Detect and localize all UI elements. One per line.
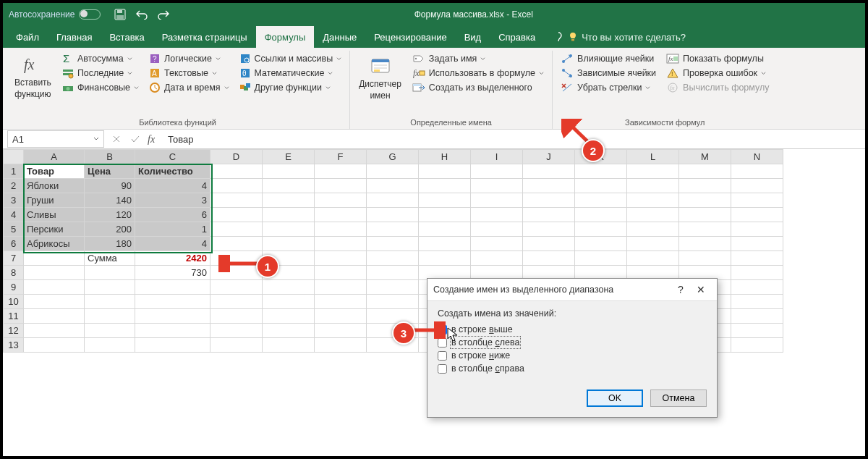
create-from-selection-button[interactable]: Создать из выделенного	[409, 81, 548, 94]
col-header-E[interactable]: E	[263, 150, 315, 164]
cell-L2[interactable]	[627, 179, 679, 193]
cell-I4[interactable]	[471, 208, 523, 222]
row-header-6[interactable]: 6	[4, 237, 24, 251]
tab-view[interactable]: Вид	[456, 26, 490, 48]
cell-J7[interactable]	[523, 251, 575, 266]
cell-A9[interactable]	[24, 280, 85, 295]
row-header-3[interactable]: 3	[4, 193, 24, 208]
cell-F12[interactable]	[315, 324, 367, 338]
cell-I7[interactable]	[471, 251, 523, 266]
cell-A3[interactable]: Груши	[24, 193, 85, 208]
autosave-toggle[interactable]	[79, 9, 101, 20]
cell-A12[interactable]	[24, 324, 85, 338]
error-check-button[interactable]: !Проверка ошибок	[663, 67, 773, 80]
cell-N2[interactable]	[731, 179, 783, 193]
cell-B13[interactable]	[85, 338, 135, 353]
cell-B8[interactable]	[85, 266, 135, 280]
cell-K7[interactable]	[575, 251, 627, 266]
cell-N9[interactable]	[731, 280, 783, 295]
cell-H4[interactable]	[419, 208, 471, 222]
tab-data[interactable]: Данные	[314, 26, 365, 48]
cell-D9[interactable]	[210, 280, 263, 295]
cell-E13[interactable]	[263, 338, 315, 353]
cell-G4[interactable]	[367, 208, 419, 222]
cell-B11[interactable]	[85, 309, 135, 324]
cell-C8[interactable]: 730	[135, 266, 210, 280]
cell-I2[interactable]	[471, 179, 523, 193]
autosave[interactable]: Автосохранение	[9, 9, 101, 20]
ok-button[interactable]: OK	[587, 389, 643, 407]
tab-layout[interactable]: Разметка страницы	[153, 26, 256, 48]
cell-B5[interactable]: 200	[85, 222, 135, 237]
dialog-checkbox-2[interactable]	[438, 351, 447, 361]
col-header-N[interactable]: N	[731, 150, 783, 164]
row-header-2[interactable]: 2	[4, 179, 24, 193]
cell-F3[interactable]	[315, 193, 367, 208]
cell-N13[interactable]	[731, 338, 783, 353]
col-header-L[interactable]: L	[627, 150, 679, 164]
cell-G13[interactable]	[367, 338, 419, 353]
col-header-B[interactable]: B	[85, 150, 135, 164]
cell-N4[interactable]	[731, 208, 783, 222]
cell-A1[interactable]: Товар	[24, 164, 85, 179]
cell-G3[interactable]	[367, 193, 419, 208]
cell-B12[interactable]	[85, 324, 135, 338]
cancel-formula-icon[interactable]	[107, 131, 126, 147]
dialog-checkbox-0[interactable]	[438, 325, 447, 334]
cell-F7[interactable]	[315, 251, 367, 266]
dialog-checkbox-1[interactable]	[438, 338, 447, 348]
undo-icon[interactable]	[132, 7, 151, 22]
cell-E7[interactable]	[263, 251, 315, 266]
cell-B2[interactable]: 90	[85, 179, 135, 193]
cell-H1[interactable]	[419, 164, 471, 179]
cell-D6[interactable]	[210, 237, 263, 251]
cell-C3[interactable]: 3	[135, 193, 210, 208]
cell-C2[interactable]: 4	[135, 179, 210, 193]
row-header-4[interactable]: 4	[4, 208, 24, 222]
cell-L7[interactable]	[627, 251, 679, 266]
cell-F10[interactable]	[315, 295, 367, 309]
define-name-button[interactable]: Задать имя	[409, 52, 548, 65]
cell-F8[interactable]	[315, 266, 367, 280]
cell-F4[interactable]	[315, 208, 367, 222]
cell-J2[interactable]	[523, 179, 575, 193]
cell-N6[interactable]	[731, 237, 783, 251]
cell-D4[interactable]	[210, 208, 263, 222]
cell-H7[interactable]	[419, 251, 471, 266]
cell-B7[interactable]: Сумма	[85, 251, 135, 266]
cell-C13[interactable]	[135, 338, 210, 353]
tab-file[interactable]: Файл	[7, 26, 48, 48]
cell-D8[interactable]	[210, 266, 263, 280]
cell-J4[interactable]	[523, 208, 575, 222]
cell-A13[interactable]	[24, 338, 85, 353]
cell-N10[interactable]	[731, 295, 783, 309]
cell-L5[interactable]	[627, 222, 679, 237]
text-button[interactable]: AТекстовые	[145, 67, 233, 80]
row-header-5[interactable]: 5	[4, 222, 24, 237]
cell-F11[interactable]	[315, 309, 367, 324]
trace-dependents-button[interactable]: Зависимые ячейки	[557, 67, 660, 80]
enter-formula-icon[interactable]	[126, 131, 145, 147]
cancel-button[interactable]: Отмена	[650, 389, 707, 407]
cell-J3[interactable]	[523, 193, 575, 208]
cell-E11[interactable]	[263, 309, 315, 324]
tab-help[interactable]: Справка	[490, 26, 544, 48]
cell-M2[interactable]	[679, 179, 731, 193]
cell-C1[interactable]: Количество	[135, 164, 210, 179]
cell-I5[interactable]	[471, 222, 523, 237]
cell-H5[interactable]	[419, 222, 471, 237]
col-header-M[interactable]: M	[679, 150, 731, 164]
tab-review[interactable]: Рецензирование	[365, 26, 455, 48]
cell-I1[interactable]	[471, 164, 523, 179]
cell-H2[interactable]	[419, 179, 471, 193]
cell-C4[interactable]: 6	[135, 208, 210, 222]
cell-M7[interactable]	[679, 251, 731, 266]
cell-G10[interactable]	[367, 295, 419, 309]
dialog-option-1[interactable]: в столбце слева	[438, 336, 707, 349]
cell-E9[interactable]	[263, 280, 315, 295]
insert-function-button[interactable]: fx Вставить функцию	[10, 52, 56, 116]
cell-E2[interactable]	[263, 179, 315, 193]
cell-D2[interactable]	[210, 179, 263, 193]
cell-L4[interactable]	[627, 208, 679, 222]
cell-N1[interactable]	[731, 164, 783, 179]
